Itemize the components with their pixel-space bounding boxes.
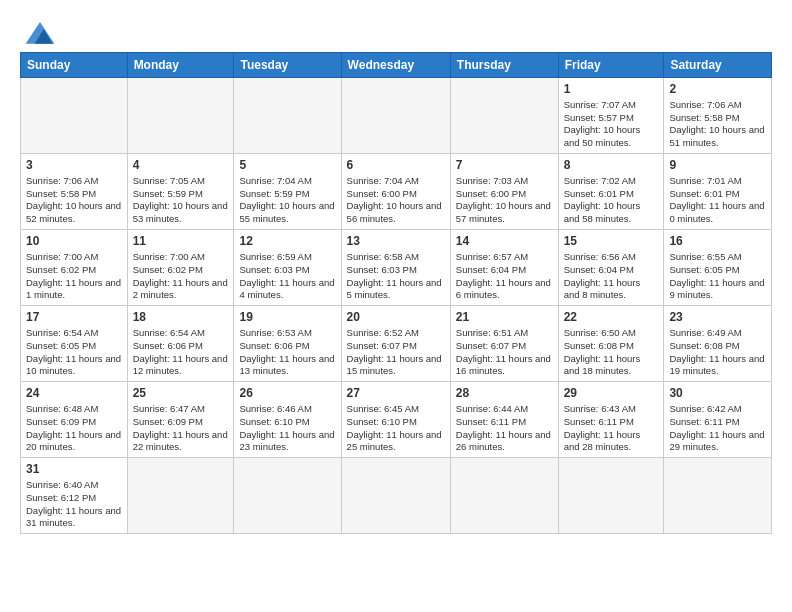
- calendar-cell: 6Sunrise: 7:04 AM Sunset: 6:00 PM Daylig…: [341, 154, 450, 230]
- calendar-cell: [450, 78, 558, 154]
- calendar-cell: [450, 458, 558, 534]
- calendar-cell: 21Sunrise: 6:51 AM Sunset: 6:07 PM Dayli…: [450, 306, 558, 382]
- day-info: Sunrise: 6:58 AM Sunset: 6:03 PM Dayligh…: [347, 251, 445, 302]
- logo: [20, 18, 58, 46]
- weekday-header-wednesday: Wednesday: [341, 53, 450, 78]
- calendar-cell: [127, 458, 234, 534]
- day-info: Sunrise: 6:48 AM Sunset: 6:09 PM Dayligh…: [26, 403, 122, 454]
- calendar-cell: 27Sunrise: 6:45 AM Sunset: 6:10 PM Dayli…: [341, 382, 450, 458]
- calendar-cell: 5Sunrise: 7:04 AM Sunset: 5:59 PM Daylig…: [234, 154, 341, 230]
- calendar-cell: 20Sunrise: 6:52 AM Sunset: 6:07 PM Dayli…: [341, 306, 450, 382]
- day-number: 24: [26, 385, 122, 402]
- calendar-cell: 3Sunrise: 7:06 AM Sunset: 5:58 PM Daylig…: [21, 154, 128, 230]
- day-info: Sunrise: 6:54 AM Sunset: 6:05 PM Dayligh…: [26, 327, 122, 378]
- day-info: Sunrise: 6:52 AM Sunset: 6:07 PM Dayligh…: [347, 327, 445, 378]
- day-number: 17: [26, 309, 122, 326]
- calendar-cell: 18Sunrise: 6:54 AM Sunset: 6:06 PM Dayli…: [127, 306, 234, 382]
- day-number: 31: [26, 461, 122, 478]
- day-info: Sunrise: 6:57 AM Sunset: 6:04 PM Dayligh…: [456, 251, 553, 302]
- day-number: 19: [239, 309, 335, 326]
- day-number: 25: [133, 385, 229, 402]
- calendar-cell: 15Sunrise: 6:56 AM Sunset: 6:04 PM Dayli…: [558, 230, 664, 306]
- calendar-cell: [234, 458, 341, 534]
- day-info: Sunrise: 7:02 AM Sunset: 6:01 PM Dayligh…: [564, 175, 659, 226]
- day-number: 2: [669, 81, 766, 98]
- calendar-cell: 31Sunrise: 6:40 AM Sunset: 6:12 PM Dayli…: [21, 458, 128, 534]
- calendar-cell: 23Sunrise: 6:49 AM Sunset: 6:08 PM Dayli…: [664, 306, 772, 382]
- day-info: Sunrise: 6:50 AM Sunset: 6:08 PM Dayligh…: [564, 327, 659, 378]
- day-info: Sunrise: 6:53 AM Sunset: 6:06 PM Dayligh…: [239, 327, 335, 378]
- calendar-cell: 12Sunrise: 6:59 AM Sunset: 6:03 PM Dayli…: [234, 230, 341, 306]
- day-number: 14: [456, 233, 553, 250]
- day-number: 27: [347, 385, 445, 402]
- weekday-header-thursday: Thursday: [450, 53, 558, 78]
- day-number: 10: [26, 233, 122, 250]
- day-info: Sunrise: 6:46 AM Sunset: 6:10 PM Dayligh…: [239, 403, 335, 454]
- day-number: 18: [133, 309, 229, 326]
- calendar-cell: 24Sunrise: 6:48 AM Sunset: 6:09 PM Dayli…: [21, 382, 128, 458]
- calendar-cell: 4Sunrise: 7:05 AM Sunset: 5:59 PM Daylig…: [127, 154, 234, 230]
- day-info: Sunrise: 6:56 AM Sunset: 6:04 PM Dayligh…: [564, 251, 659, 302]
- weekday-header-sunday: Sunday: [21, 53, 128, 78]
- calendar-cell: [664, 458, 772, 534]
- day-info: Sunrise: 6:45 AM Sunset: 6:10 PM Dayligh…: [347, 403, 445, 454]
- calendar-week-row: 1Sunrise: 7:07 AM Sunset: 5:57 PM Daylig…: [21, 78, 772, 154]
- calendar-week-row: 31Sunrise: 6:40 AM Sunset: 6:12 PM Dayli…: [21, 458, 772, 534]
- calendar-cell: 2Sunrise: 7:06 AM Sunset: 5:58 PM Daylig…: [664, 78, 772, 154]
- day-info: Sunrise: 7:00 AM Sunset: 6:02 PM Dayligh…: [133, 251, 229, 302]
- calendar-cell: [341, 458, 450, 534]
- day-number: 6: [347, 157, 445, 174]
- calendar-cell: 7Sunrise: 7:03 AM Sunset: 6:00 PM Daylig…: [450, 154, 558, 230]
- day-number: 7: [456, 157, 553, 174]
- calendar-cell: 25Sunrise: 6:47 AM Sunset: 6:09 PM Dayli…: [127, 382, 234, 458]
- day-number: 8: [564, 157, 659, 174]
- day-info: Sunrise: 7:01 AM Sunset: 6:01 PM Dayligh…: [669, 175, 766, 226]
- calendar-cell: 13Sunrise: 6:58 AM Sunset: 6:03 PM Dayli…: [341, 230, 450, 306]
- day-info: Sunrise: 7:06 AM Sunset: 5:58 PM Dayligh…: [26, 175, 122, 226]
- calendar-cell: 1Sunrise: 7:07 AM Sunset: 5:57 PM Daylig…: [558, 78, 664, 154]
- calendar-cell: 11Sunrise: 7:00 AM Sunset: 6:02 PM Dayli…: [127, 230, 234, 306]
- logo-icon: [22, 18, 58, 46]
- day-number: 3: [26, 157, 122, 174]
- page: SundayMondayTuesdayWednesdayThursdayFrid…: [0, 0, 792, 612]
- day-info: Sunrise: 7:06 AM Sunset: 5:58 PM Dayligh…: [669, 99, 766, 150]
- day-info: Sunrise: 7:04 AM Sunset: 5:59 PM Dayligh…: [239, 175, 335, 226]
- calendar-cell: 29Sunrise: 6:43 AM Sunset: 6:11 PM Dayli…: [558, 382, 664, 458]
- weekday-header-friday: Friday: [558, 53, 664, 78]
- day-info: Sunrise: 6:59 AM Sunset: 6:03 PM Dayligh…: [239, 251, 335, 302]
- calendar-cell: 22Sunrise: 6:50 AM Sunset: 6:08 PM Dayli…: [558, 306, 664, 382]
- day-number: 13: [347, 233, 445, 250]
- day-number: 15: [564, 233, 659, 250]
- day-number: 29: [564, 385, 659, 402]
- calendar-cell: [341, 78, 450, 154]
- day-info: Sunrise: 7:05 AM Sunset: 5:59 PM Dayligh…: [133, 175, 229, 226]
- day-number: 21: [456, 309, 553, 326]
- calendar-cell: 30Sunrise: 6:42 AM Sunset: 6:11 PM Dayli…: [664, 382, 772, 458]
- calendar-cell: 9Sunrise: 7:01 AM Sunset: 6:01 PM Daylig…: [664, 154, 772, 230]
- day-number: 4: [133, 157, 229, 174]
- day-number: 20: [347, 309, 445, 326]
- day-number: 12: [239, 233, 335, 250]
- day-number: 5: [239, 157, 335, 174]
- calendar-week-row: 24Sunrise: 6:48 AM Sunset: 6:09 PM Dayli…: [21, 382, 772, 458]
- calendar-cell: 8Sunrise: 7:02 AM Sunset: 6:01 PM Daylig…: [558, 154, 664, 230]
- calendar-cell: 10Sunrise: 7:00 AM Sunset: 6:02 PM Dayli…: [21, 230, 128, 306]
- day-info: Sunrise: 6:49 AM Sunset: 6:08 PM Dayligh…: [669, 327, 766, 378]
- day-info: Sunrise: 7:03 AM Sunset: 6:00 PM Dayligh…: [456, 175, 553, 226]
- day-number: 11: [133, 233, 229, 250]
- weekday-header-saturday: Saturday: [664, 53, 772, 78]
- calendar-cell: [234, 78, 341, 154]
- calendar-cell: 16Sunrise: 6:55 AM Sunset: 6:05 PM Dayli…: [664, 230, 772, 306]
- day-number: 28: [456, 385, 553, 402]
- day-info: Sunrise: 7:00 AM Sunset: 6:02 PM Dayligh…: [26, 251, 122, 302]
- day-number: 9: [669, 157, 766, 174]
- day-number: 1: [564, 81, 659, 98]
- calendar-week-row: 3Sunrise: 7:06 AM Sunset: 5:58 PM Daylig…: [21, 154, 772, 230]
- day-info: Sunrise: 6:43 AM Sunset: 6:11 PM Dayligh…: [564, 403, 659, 454]
- calendar-cell: 26Sunrise: 6:46 AM Sunset: 6:10 PM Dayli…: [234, 382, 341, 458]
- calendar-cell: [558, 458, 664, 534]
- day-info: Sunrise: 6:47 AM Sunset: 6:09 PM Dayligh…: [133, 403, 229, 454]
- weekday-header-row: SundayMondayTuesdayWednesdayThursdayFrid…: [21, 53, 772, 78]
- day-number: 30: [669, 385, 766, 402]
- calendar-cell: 17Sunrise: 6:54 AM Sunset: 6:05 PM Dayli…: [21, 306, 128, 382]
